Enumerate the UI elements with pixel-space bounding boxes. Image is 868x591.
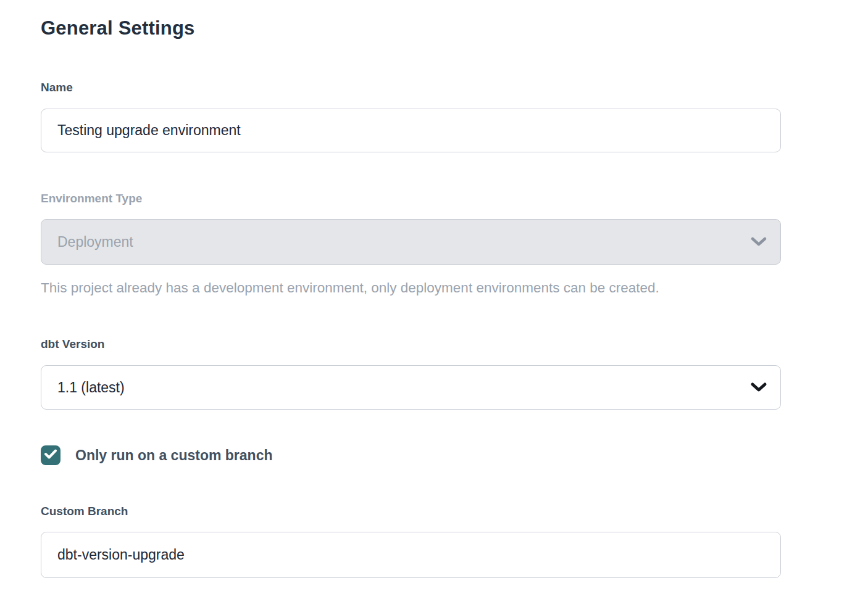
environment-type-value: Deployment (57, 234, 133, 250)
custom-branch-toggle-label[interactable]: Only run on a custom branch (75, 447, 272, 464)
general-settings-page: General Settings Name Environment Type D… (0, 0, 868, 578)
page-title: General Settings (41, 16, 868, 41)
check-icon (44, 449, 57, 461)
chevron-down-icon (750, 382, 767, 393)
environment-type-select: Deployment (41, 219, 781, 265)
custom-branch-checkbox[interactable] (41, 445, 61, 465)
custom-branch-input[interactable] (41, 532, 781, 578)
custom-branch-label: Custom Branch (41, 504, 868, 519)
name-input[interactable] (41, 109, 781, 152)
environment-type-label: Environment Type (41, 191, 868, 206)
custom-branch-toggle-row: Only run on a custom branch (41, 445, 868, 465)
dbt-version-select[interactable]: 1.1 (latest) (41, 365, 781, 410)
name-field-label: Name (41, 80, 868, 95)
dbt-version-label: dbt Version (41, 337, 868, 352)
chevron-down-icon (750, 236, 767, 247)
dbt-version-value: 1.1 (latest) (57, 379, 125, 396)
environment-type-helper-text: This project already has a development e… (41, 279, 812, 297)
